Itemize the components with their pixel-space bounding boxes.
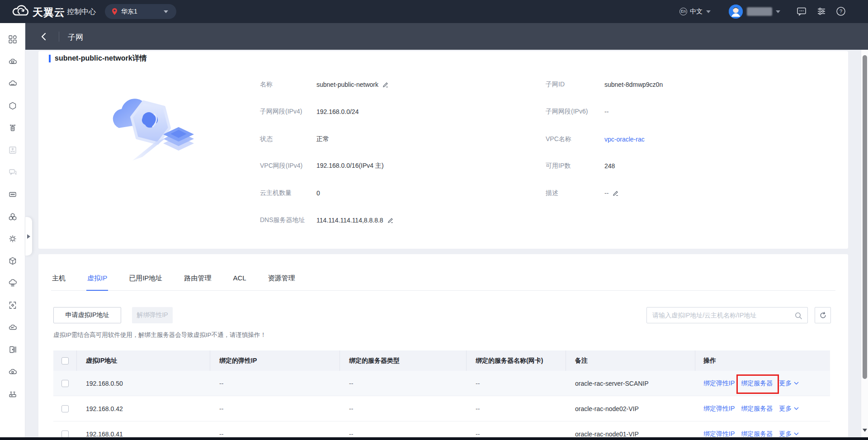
cell-virtual-ip: 192.168.0.42: [77, 396, 210, 421]
title-accent-bar: [49, 55, 51, 62]
sidebar-nav: [0, 23, 25, 440]
avatar[interactable]: [729, 5, 743, 19]
chevron-down-icon: [794, 407, 799, 410]
brand-cloud-logo-icon: [12, 5, 31, 20]
field-name: 名称 subnet-public-network: [260, 80, 389, 89]
ai-network-icon[interactable]: [9, 235, 17, 243]
region-selector[interactable]: 华东1: [105, 4, 176, 19]
router-icon[interactable]: [9, 390, 17, 398]
cloud-network-icon[interactable]: [9, 80, 17, 88]
window-bottom-edge: [0, 437, 868, 440]
cloud-host-icon[interactable]: [9, 57, 17, 66]
row-checkbox[interactable]: [61, 431, 69, 438]
vpc-link[interactable]: vpc-oracle-rac: [604, 136, 645, 143]
field-label: 状态: [260, 135, 316, 143]
bind-eip-link[interactable]: 绑定弹性IP: [703, 379, 735, 388]
row-select-cell: [53, 396, 77, 421]
more-link[interactable]: 更多: [779, 379, 799, 388]
tab-acl[interactable]: ACL: [232, 271, 247, 290]
app-center-icon[interactable]: [9, 301, 17, 309]
cloud-stack-icon[interactable]: [9, 279, 17, 287]
svg-text:?: ?: [840, 9, 842, 14]
field-label: 子网网段(IPv6): [546, 108, 604, 116]
message-center-icon[interactable]: [9, 168, 17, 176]
message-feedback-icon[interactable]: [797, 6, 807, 16]
door-panel-icon[interactable]: [9, 345, 17, 354]
tab-route-management[interactable]: 路由管理: [183, 271, 212, 290]
page-title: 子网: [68, 32, 83, 43]
field-value: --: [604, 108, 609, 115]
field-label: VPC网段(IPv4): [260, 162, 316, 170]
scrollbar-down-arrow-icon[interactable]: [863, 429, 867, 432]
virtual-ip-table: 虚拟IP地址 绑定的弹性IP 绑定的服务器类型 绑定的服务器名称(网卡) 备注 …: [53, 350, 830, 440]
language-selector[interactable]: 中文: [690, 8, 703, 16]
tab-hosts[interactable]: 主机: [51, 271, 66, 290]
more-link[interactable]: 更多: [779, 405, 799, 413]
cube-icon[interactable]: [9, 257, 17, 265]
location-pin-icon: [112, 8, 118, 17]
page-scrollbar: [861, 50, 868, 440]
edit-icon[interactable]: [382, 81, 389, 88]
header-actions: 操作: [695, 350, 830, 371]
console-center-link[interactable]: 控制中心: [67, 7, 96, 17]
header-select-all: [53, 350, 77, 371]
field-host-count: 云主机数量 0: [260, 189, 320, 198]
cell-bound-eip: --: [210, 396, 340, 421]
tab-virtual-ip[interactable]: 虚拟IP: [86, 271, 108, 291]
unbind-eip-button[interactable]: 解绑弹性IP: [132, 307, 173, 323]
sidebar-expand-handle[interactable]: [25, 217, 32, 255]
cloud-monitor-icon[interactable]: [9, 323, 17, 331]
back-button[interactable]: [39, 31, 50, 42]
status-value: 正常: [316, 135, 329, 143]
robot-service-icon[interactable]: [9, 124, 17, 132]
bind-eip-link[interactable]: 绑定弹性IP: [703, 405, 735, 413]
header-divider: [59, 32, 59, 42]
refresh-button[interactable]: [815, 307, 831, 323]
tab-used-ip[interactable]: 已用IP地址: [128, 271, 163, 290]
tab-resource-management[interactable]: 资源管理: [267, 271, 296, 290]
server-card-icon[interactable]: [9, 190, 17, 199]
chevron-down-icon: [794, 432, 799, 435]
bind-eip-link[interactable]: 绑定弹性IP: [703, 430, 735, 438]
bind-server-link[interactable]: 绑定服务器: [741, 405, 773, 413]
field-label: 子网网段(IPv4): [260, 108, 316, 116]
cell-server-type: --: [340, 371, 467, 396]
expand-arrow-icon: [27, 234, 30, 239]
edit-icon[interactable]: [387, 217, 394, 223]
cloud-security-icon[interactable]: [9, 368, 17, 376]
cell-bound-eip: --: [210, 371, 340, 396]
username-redacted[interactable]: [747, 7, 772, 16]
hexagon-cluster-icon[interactable]: [9, 213, 17, 221]
cell-virtual-ip: 192.168.0.50: [77, 371, 210, 396]
row-checkbox[interactable]: [61, 405, 69, 412]
help-icon[interactable]: ?: [836, 6, 846, 16]
field-value: subnet-8dmwp9cz0n: [604, 81, 663, 88]
search-icon[interactable]: [794, 312, 802, 322]
settings-sliders-icon[interactable]: [816, 6, 826, 16]
field-status: 状态 正常: [260, 135, 329, 144]
row-checkbox[interactable]: [61, 380, 69, 387]
select-all-checkbox[interactable]: [61, 357, 69, 364]
field-label: VPC名称: [546, 135, 604, 143]
cell-server-type: --: [340, 396, 467, 421]
bind-server-link[interactable]: 绑定服务器: [741, 430, 773, 438]
scrollbar-thumb[interactable]: [863, 55, 867, 379]
field-value: --: [604, 189, 609, 197]
detail-title: subnet-public-network详情: [55, 53, 147, 64]
apply-virtual-ip-button[interactable]: 申请虚拟IP地址: [53, 307, 121, 323]
hexagon-product-icon[interactable]: [9, 102, 17, 110]
cell-remark: oracle-rac-server-SCANIP: [566, 371, 695, 396]
field-description: 描述 --: [546, 189, 619, 198]
edit-icon[interactable]: [613, 190, 619, 196]
search-input[interactable]: [647, 308, 807, 323]
subnet-illustration: [111, 96, 201, 175]
org-chart-icon[interactable]: [9, 146, 17, 154]
chevron-down-icon: [164, 10, 168, 13]
header-bound-eip: 绑定的弹性IP: [210, 350, 340, 371]
field-label: 可用IP数: [546, 162, 604, 170]
language-badge-icon: En: [679, 8, 687, 15]
more-link[interactable]: 更多: [779, 430, 799, 438]
field-vpc-name: VPC名称 vpc-oracle-rac: [546, 135, 645, 144]
apps-grid-icon[interactable]: [9, 35, 17, 43]
virtual-ip-warning-note: 虚拟IP需结合高可用软件使用，解绑主服务器会导致虚拟IP不通，请谨慎操作！: [53, 331, 266, 339]
